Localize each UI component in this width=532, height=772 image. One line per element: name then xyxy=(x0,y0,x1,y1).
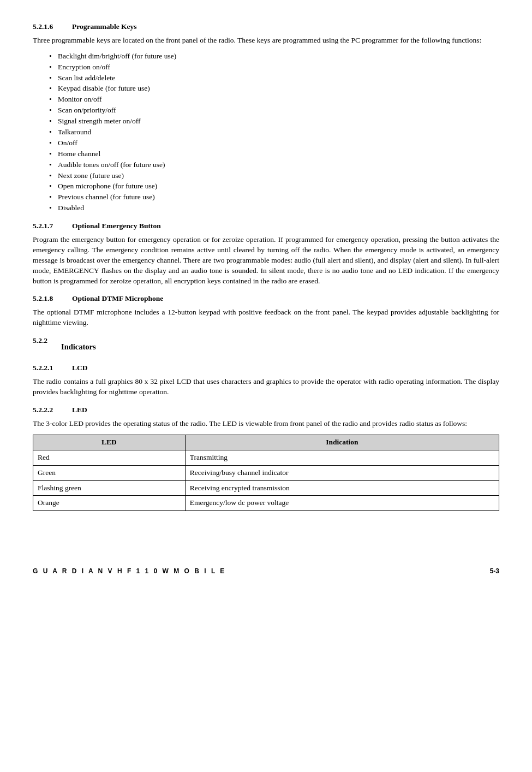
section-5218-heading: 5.2.1.8 Optional DTMF Microphone xyxy=(33,294,499,304)
led-table-header-row: LED Indication xyxy=(33,435,499,450)
bullet-item: Monitor on/off xyxy=(49,94,499,105)
section-5217-body: Program the emergency button for emergen… xyxy=(33,235,499,286)
led-table: LED Indication RedTransmittingGreenRecei… xyxy=(33,435,499,511)
bullet-item: Signal strength meter on/off xyxy=(49,116,499,127)
section-5217-title: Optional Emergency Button xyxy=(72,221,161,231)
led-table-cell: Emergency/low dc power voltage xyxy=(185,496,499,511)
section-5217: 5.2.1.7 Optional Emergency Button Progra… xyxy=(33,221,499,286)
led-table-cell: Receiving encrypted transmission xyxy=(185,480,499,496)
led-table-cell: Transmitting xyxy=(185,450,499,465)
bullet-item: Disabled xyxy=(49,203,499,213)
section-5218: 5.2.1.8 Optional DTMF Microphone The opt… xyxy=(33,294,499,328)
bullet-item: Backlight dim/bright/off (for future use… xyxy=(49,51,499,62)
bullet-item: Home channel xyxy=(49,149,499,159)
bullet-item: Next zone (future use) xyxy=(49,171,499,181)
bullet-item: Keypad disable (for future use) xyxy=(49,84,499,94)
footer: G U A R D I A N V H F 1 1 0 W M O B I L … xyxy=(33,563,499,576)
section-5216-title: Programmable Keys xyxy=(72,22,137,32)
led-table-row: Flashing greenReceiving encrypted transm… xyxy=(33,480,499,496)
footer-title: G U A R D I A N V H F 1 1 0 W M O B I L … xyxy=(33,567,226,576)
section-5218-number: 5.2.1.8 xyxy=(33,294,72,304)
section-5217-heading: 5.2.1.7 Optional Emergency Button xyxy=(33,221,499,231)
section-5221-title: LCD xyxy=(72,363,88,373)
section-5222: 5.2.2.2 LED The 3-color LED provides the… xyxy=(33,405,499,511)
section-5216: 5.2.1.6 Programmable Keys Three programm… xyxy=(33,22,499,213)
section-5221-number: 5.2.2.1 xyxy=(33,363,72,373)
led-table-cell: Receiving/busy channel indicator xyxy=(185,465,499,480)
section-5218-title: Optional DTMF Microphone xyxy=(72,294,163,304)
led-table-row: RedTransmitting xyxy=(33,450,499,465)
bullet-item: Open microphone (for future use) xyxy=(49,181,499,192)
led-table-cell: Orange xyxy=(33,496,186,511)
bullet-item: Previous channel (for future use) xyxy=(49,192,499,203)
section-5217-number: 5.2.1.7 xyxy=(33,221,72,231)
bullet-item: Talkaround xyxy=(49,127,499,138)
section-5222-number: 5.2.2.2 xyxy=(33,405,72,415)
section-522: 5.2.2 Indicators xyxy=(33,336,499,355)
programmable-keys-list: Backlight dim/bright/off (for future use… xyxy=(49,51,499,213)
led-table-row: OrangeEmergency/low dc power voltage xyxy=(33,496,499,511)
section-5216-intro: Three programmable keys are located on t… xyxy=(33,35,499,46)
section-5221-heading: 5.2.2.1 LCD xyxy=(33,363,499,373)
section-522-heading: 5.2.2 Indicators xyxy=(33,336,499,355)
bullet-item: Encryption on/off xyxy=(49,62,499,73)
bullet-item: On/off xyxy=(49,138,499,149)
led-table-col-indication: Indication xyxy=(185,435,499,450)
section-5222-title: LED xyxy=(72,405,87,415)
section-5222-body: The 3-color LED provides the operating s… xyxy=(33,419,499,429)
section-5218-body: The optional DTMF microphone includes a … xyxy=(33,307,499,328)
led-table-cell: Red xyxy=(33,450,186,465)
section-522-number: 5.2.2 xyxy=(33,336,61,355)
section-5221: 5.2.2.1 LCD The radio contains a full gr… xyxy=(33,363,499,397)
bullet-item: Audible tones on/off (for future use) xyxy=(49,160,499,170)
section-5216-heading: 5.2.1.6 Programmable Keys xyxy=(33,22,499,32)
led-table-cell: Flashing green xyxy=(33,480,186,496)
led-table-body: RedTransmittingGreenReceiving/busy chann… xyxy=(33,450,499,511)
footer-page: 5-3 xyxy=(490,567,499,576)
section-5216-number: 5.2.1.6 xyxy=(33,22,72,32)
bullet-item: Scan list add/delete xyxy=(49,73,499,84)
led-table-col-led: LED xyxy=(33,435,186,450)
bullet-item: Scan on/priority/off xyxy=(49,105,499,116)
led-table-row: GreenReceiving/busy channel indicator xyxy=(33,465,499,480)
section-5221-body: The radio contains a full graphics 80 x … xyxy=(33,377,499,397)
section-522-title: Indicators xyxy=(61,341,96,352)
section-5222-heading: 5.2.2.2 LED xyxy=(33,405,499,415)
led-table-cell: Green xyxy=(33,465,186,480)
